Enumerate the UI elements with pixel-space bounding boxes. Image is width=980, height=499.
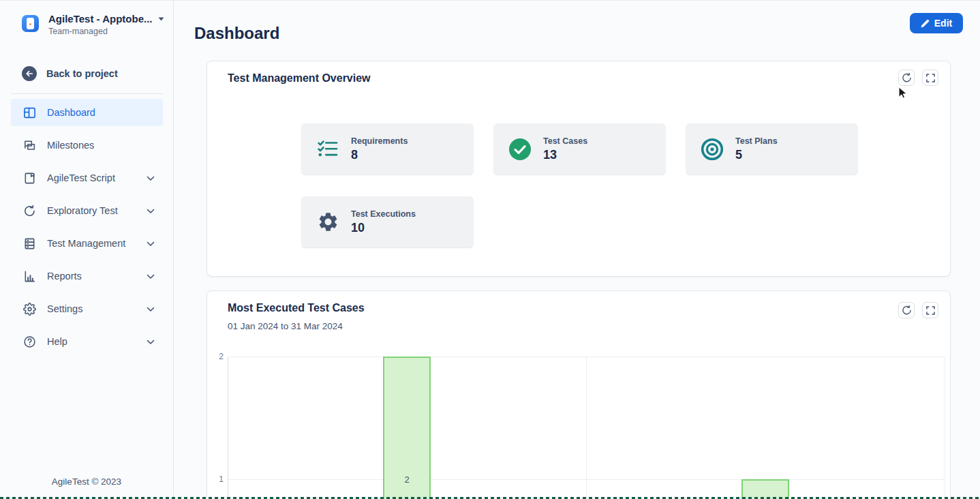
bar-value-label: 2 <box>384 474 429 485</box>
expand-button[interactable] <box>922 70 938 86</box>
check-circle-icon <box>508 137 532 162</box>
sidebar-item-label: Reports <box>47 271 82 282</box>
stat-tile-test-cases[interactable]: Test Cases 13 <box>493 123 666 175</box>
most-executed-test-cases-card: Most Executed Test Cases 01 Jan 2024 to … <box>206 290 951 499</box>
caret-down-icon <box>158 17 164 21</box>
expand-icon <box>926 306 935 315</box>
v-gridline <box>944 357 945 499</box>
chevron-down-icon <box>147 237 155 250</box>
sidebar-item-label: Help <box>47 336 67 347</box>
dashboard-icon <box>22 106 36 119</box>
sidebar-item-label: AgileTest Script <box>47 172 115 183</box>
y-axis-line <box>228 357 228 499</box>
stat-label: Requirements <box>351 136 408 146</box>
milestones-flag-icon <box>22 138 36 152</box>
refresh-button[interactable] <box>898 302 915 318</box>
sidebar-item-help[interactable]: Help <box>11 328 163 355</box>
stat-value: 8 <box>351 148 408 162</box>
sidebar-item-label: Test Management <box>47 238 125 249</box>
chevron-down-icon <box>147 205 155 217</box>
chevron-down-icon <box>147 335 155 348</box>
stat-tile-test-executions[interactable]: Test Executions 10 <box>301 196 474 247</box>
stat-label: Test Executions <box>351 209 416 219</box>
target-icon <box>700 137 724 162</box>
expand-button[interactable] <box>922 302 938 318</box>
stat-value: 5 <box>735 148 778 162</box>
sidebar-item-dashboard[interactable]: Dashboard <box>11 99 163 126</box>
overview-card-title: Test Management Overview <box>228 72 371 85</box>
stat-label: Test Cases <box>543 136 587 146</box>
sidebar-item-reports[interactable]: Reports <box>11 262 163 290</box>
stat-label: Test Plans <box>735 136 778 146</box>
stat-value: 10 <box>351 221 416 235</box>
refresh-icon <box>902 73 912 83</box>
pencil-icon <box>921 19 930 28</box>
v-gridline <box>586 357 587 499</box>
chart-plot: 1221 <box>228 357 945 499</box>
sidebar: AgileTest - Apptobe... Team-managed Back… <box>0 1 174 499</box>
stat-tiles: Requirements 8 Test Cases 13 <box>301 123 858 247</box>
back-to-project[interactable]: Back to project <box>22 66 118 81</box>
gear-solid-icon <box>316 210 340 235</box>
stat-tile-test-plans[interactable]: Test Plans 5 <box>686 123 858 175</box>
back-to-project-label: Back to project <box>46 68 118 79</box>
sidebar-item-milestones[interactable]: Milestones <box>11 132 163 159</box>
sidebar-item-agiletest-script[interactable]: AgileTest Script <box>11 164 163 192</box>
checklist-icon <box>316 137 340 162</box>
chevron-down-icon <box>147 172 155 184</box>
chevron-down-icon <box>147 303 155 315</box>
app-logo-icon <box>22 15 39 32</box>
sidebar-item-settings[interactable]: Settings <box>11 295 163 322</box>
chart-date-range: 01 Jan 2024 to 31 Mar 2024 <box>228 321 343 331</box>
y-tick-label: 2 <box>211 352 224 361</box>
expand-icon <box>926 74 935 82</box>
sidebar-item-exploratory-test[interactable]: Exploratory Test <box>11 197 163 224</box>
back-arrow-icon <box>22 66 37 81</box>
sidebar-divider <box>11 93 163 94</box>
refresh-icon <box>902 305 912 316</box>
sidebar-item-label: Milestones <box>47 140 94 151</box>
chart-card-title: Most Executed Test Cases <box>228 302 365 314</box>
question-circle-icon <box>22 335 36 348</box>
sidebar-item-test-management[interactable]: Test Management <box>11 230 163 257</box>
refresh-button[interactable] <box>898 70 915 86</box>
test-management-overview-card: Test Management Overview <box>206 61 951 277</box>
project-switcher[interactable]: AgileTest - Apptobe... Team-managed <box>22 13 164 36</box>
server-rack-icon <box>22 237 36 250</box>
script-book-icon <box>22 171 36 185</box>
y-tick-label: 1 <box>211 474 224 484</box>
sidebar-item-label: Exploratory Test <box>47 205 118 216</box>
gear-icon <box>22 302 36 316</box>
project-name: AgileTest - Apptobe... <box>48 13 153 25</box>
stat-tile-requirements[interactable]: Requirements 8 <box>301 123 474 175</box>
copyright-footer: AgileTest © 2023 <box>0 477 173 487</box>
sidebar-item-label: Settings <box>47 303 82 314</box>
app-window: { "app": { "name": "AgileTest - Apptobe.… <box>0 0 980 499</box>
chart-bar[interactable]: 2 <box>383 357 431 499</box>
chart-bar[interactable]: 1 <box>741 479 789 499</box>
edit-button-label: Edit <box>934 18 952 29</box>
stat-value: 13 <box>543 148 587 162</box>
bar-chart-icon <box>22 269 36 283</box>
cycle-arrow-icon <box>22 204 36 217</box>
sidebar-nav: Dashboard Milestones AgileTest Script <box>11 99 163 361</box>
edit-button[interactable]: Edit <box>910 13 963 33</box>
sidebar-item-label: Dashboard <box>47 107 95 118</box>
page-title: Dashboard <box>194 24 279 43</box>
chevron-down-icon <box>147 270 155 282</box>
project-type: Team-managed <box>48 27 164 36</box>
